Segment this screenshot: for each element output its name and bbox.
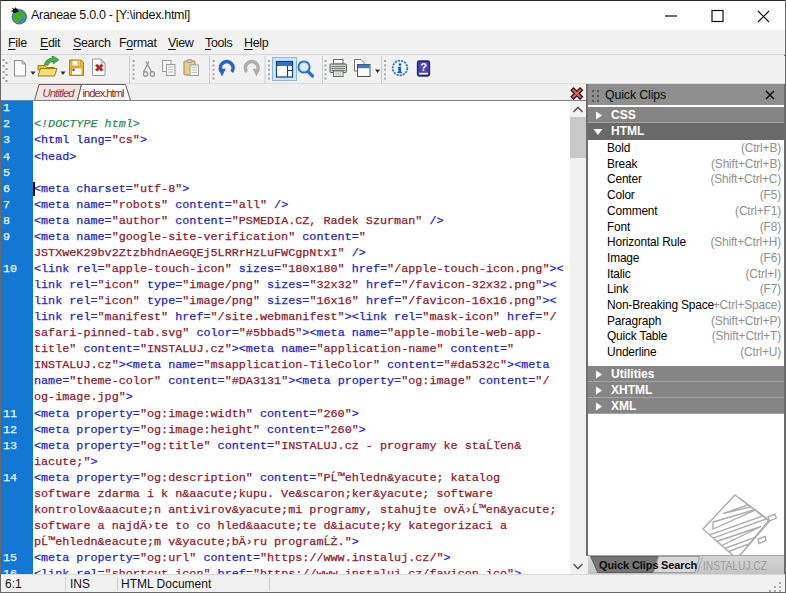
svg-text:Search: Search [661,559,697,571]
svg-text:Untitled: Untitled [43,87,76,99]
svg-text:?: ? [420,61,427,73]
svg-text:Quick Clips: Quick Clips [599,559,658,571]
svg-text:INSTALUJ.CZ: INSTALUJ.CZ [703,559,767,573]
svg-text:index.html: index.html [83,87,125,99]
